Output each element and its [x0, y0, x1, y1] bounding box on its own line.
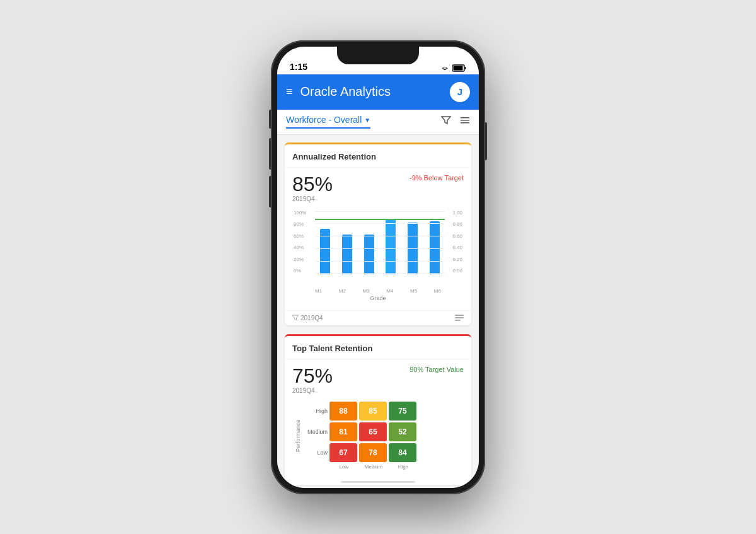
x-label: M3 — [363, 288, 370, 294]
power-button — [485, 122, 487, 160]
x-label-high: High — [389, 464, 417, 470]
annualized-retention-card: Annualized Retention 85% 2019Q4 -9% Belo… — [285, 142, 471, 325]
phone-screen: 1:15 ≡ Oracle Analytics J — [277, 47, 479, 488]
status-icons — [440, 64, 466, 72]
metric-period-talent: 2019Q4 — [292, 387, 333, 394]
row-label-low: Low — [302, 450, 328, 456]
filter-small-icon — [292, 315, 299, 321]
bar-m4 — [381, 211, 401, 274]
metric-value-talent: 75% — [292, 366, 333, 386]
svg-rect-5 — [461, 122, 469, 124]
status-time: 1:15 — [290, 62, 307, 72]
scroll-hint — [341, 481, 415, 483]
card-title-talent: Top Talent Retention — [292, 344, 372, 353]
heatmap-container: Performance High 88 85 75 — [292, 399, 464, 472]
y-labels-right: 1.00 0.80 0.60 0.40 0.20 0.00 — [452, 210, 462, 274]
y-label: 60% — [294, 233, 306, 239]
cell-high-high: 75 — [389, 402, 416, 421]
heatmap-row-low: Low 67 78 84 — [302, 443, 464, 462]
app-header: ≡ Oracle Analytics J — [277, 74, 479, 110]
y-label-r: 0.00 — [452, 268, 462, 274]
bar-m2 — [337, 211, 358, 274]
metric-left-talent: 75% 2019Q4 — [292, 366, 333, 394]
tab-selector[interactable]: Workforce - Overall ▼ — [286, 115, 370, 129]
metric-row-talent: 75% 2019Q4 90% Target Value — [292, 366, 464, 394]
bar-m1 — [315, 211, 336, 274]
y-label: 20% — [294, 257, 306, 262]
y-label: 40% — [294, 245, 306, 250]
metric-value-retention: 85% — [292, 174, 333, 194]
menu-icon[interactable]: ≡ — [286, 85, 293, 98]
x-label-low: Low — [330, 464, 358, 470]
volume-up-button — [269, 138, 271, 170]
x-label: M5 — [410, 288, 417, 294]
card-title-retention: Annualized Retention — [292, 152, 376, 161]
cell-medium-low: 81 — [329, 422, 357, 441]
app-title: Oracle Analytics — [301, 84, 442, 99]
x-labels: M1 M2 M3 M4 M5 M6 — [292, 287, 464, 294]
x-axis-title: Grade — [292, 295, 464, 301]
heatmap-y-label: Performance — [292, 402, 302, 470]
bar-chart: 100% 80% 60% 40% 20% 0% — [292, 205, 464, 287]
card-footer-retention: 2019Q4 — [285, 310, 471, 325]
y-label-r: 0.40 — [452, 245, 462, 250]
cell-low-high: 84 — [389, 443, 416, 462]
heatmap-x-labels: Low Medium High — [302, 464, 464, 470]
footer-filter-label: 2019Q4 — [292, 315, 323, 322]
tab-action-icons — [441, 115, 470, 128]
metric-target-talent: 90% Target Value — [410, 366, 464, 373]
y-label: 80% — [294, 221, 306, 227]
heatmap-row-high: High 88 85 75 — [302, 402, 464, 421]
y-labels-left: 100% 80% 60% 40% 20% 0% — [294, 210, 306, 274]
x-label: M1 — [315, 288, 322, 294]
tab-dropdown-icon[interactable]: ▼ — [364, 117, 370, 124]
x-label: M4 — [386, 288, 393, 294]
battery-icon — [452, 64, 466, 72]
y-label-r: 0.80 — [452, 221, 462, 227]
x-label-medium: Medium — [360, 464, 387, 470]
top-talent-retention-card: Top Talent Retention 75% 2019Q4 90% Targ… — [285, 334, 471, 485]
bar-m3 — [358, 211, 379, 274]
expand-icon[interactable] — [455, 315, 464, 321]
heatmap-cells-medium: 81 65 52 — [329, 422, 416, 441]
card-header-talent: Top Talent Retention — [285, 336, 471, 359]
x-label: M6 — [434, 288, 441, 294]
y-label: 100% — [294, 210, 306, 216]
metric-row-retention: 85% 2019Q4 -9% Below Target — [292, 174, 464, 202]
cell-low-medium: 78 — [359, 443, 387, 462]
row-label-medium: Medium — [302, 429, 328, 435]
y-label-r: 0.20 — [452, 257, 462, 262]
svg-rect-1 — [465, 67, 466, 69]
y-label: 0% — [294, 268, 306, 274]
heatmap-row-medium: Medium 81 65 52 — [302, 422, 464, 441]
list-icon[interactable] — [460, 115, 470, 128]
cell-medium-high: 52 — [389, 422, 416, 441]
tab-bar: Workforce - Overall ▼ — [277, 110, 479, 135]
x-label: M2 — [339, 288, 346, 294]
main-content[interactable]: Annualized Retention 85% 2019Q4 -9% Belo… — [277, 135, 479, 488]
row-label-high: High — [302, 408, 328, 414]
user-avatar[interactable]: J — [450, 82, 470, 102]
cell-medium-medium: 65 — [359, 422, 387, 441]
target-line — [315, 219, 445, 220]
metric-left-retention: 85% 2019Q4 — [292, 174, 333, 202]
svg-rect-8 — [455, 320, 461, 321]
y-label-r: 1.00 — [452, 210, 462, 216]
volume-down-button — [269, 176, 271, 207]
heatmap-grid: High 88 85 75 Medium — [302, 402, 464, 470]
svg-rect-7 — [455, 317, 464, 318]
tab-label: Workforce - Overall — [286, 115, 362, 125]
cell-low-low: 67 — [329, 443, 357, 462]
metric-period-retention: 2019Q4 — [292, 195, 333, 202]
metric-target-retention: -9% Below Target — [410, 174, 464, 182]
svg-rect-3 — [461, 117, 469, 119]
bar-chart-area: 100% 80% 60% 40% 20% 0% — [292, 202, 464, 304]
card-body-talent: 75% 2019Q4 90% Target Value Performance … — [285, 359, 471, 479]
svg-rect-6 — [455, 315, 464, 316]
footer-filter-text: 2019Q4 — [301, 315, 323, 322]
phone-device: 1:15 ≡ Oracle Analytics J — [271, 40, 485, 494]
mute-button — [269, 110, 271, 129]
filter-icon[interactable] — [441, 115, 451, 128]
svg-rect-2 — [454, 66, 463, 70]
card-body-retention: 85% 2019Q4 -9% Below Target 100% 80% — [285, 168, 471, 310]
